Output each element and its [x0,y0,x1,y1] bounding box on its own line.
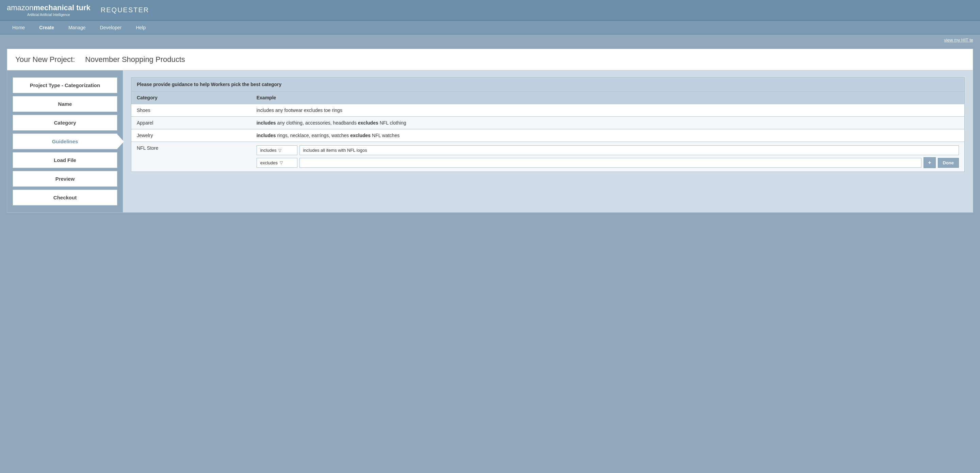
requester-label: REQUESTER [101,6,149,14]
nav-help[interactable]: Help [130,21,151,34]
shoes-example-text: includes any footwear excludes toe rings [256,108,342,113]
sidebar-item-guidelines[interactable]: Guidelines [13,134,118,150]
logo-tagline: Artificial Artificial Intelligence [7,13,91,17]
project-label: Your New Project: [15,55,75,64]
sidebar-item-category[interactable]: Category [13,115,118,131]
category-nfl: NFL Store [131,142,251,172]
project-title-bar: Your New Project: November Shopping Prod… [7,49,973,70]
apparel-end-text: NFL clothing [380,120,406,126]
nav-create[interactable]: Create [34,21,60,34]
apparel-middle-text: any clothing, accessories, headbands [277,120,358,126]
nfl-includes-input[interactable] [299,145,959,155]
chevron-down-icon: ▽ [278,148,293,153]
jewelry-end-text: NFL watches [372,133,399,138]
nfl-excludes-input[interactable] [299,158,921,168]
done-button[interactable]: Done [938,158,959,168]
guidance-table: Category Example Shoes includes any foot… [131,92,964,172]
nav-home[interactable]: Home [7,21,30,34]
col-header-example: Example [251,92,964,104]
main-container: Your New Project: November Shopping Prod… [7,49,973,213]
logo-mturk: mechanical turk [33,3,91,12]
sidebar-item-name[interactable]: Name [13,96,118,112]
right-content: Please provide guidance to help Workers … [123,70,973,212]
sidebar-item-checkout[interactable]: Checkout [13,190,118,205]
nfl-input-group: includes ▽ excludes [256,145,959,168]
jewelry-includes-bold: includes [256,133,276,138]
category-jewelry: Jewelry [131,129,251,142]
view-hit-link[interactable]: view my HIT te [944,37,973,43]
project-name: November Shopping Products [85,55,185,64]
col-header-category: Category [131,92,251,104]
example-shoes: includes any footwear excludes toe rings [251,104,964,117]
table-row: Shoes includes any footwear excludes toe… [131,104,964,117]
guidance-header: Please provide guidance to help Workers … [131,78,964,92]
logo-amazon: amazon [7,3,33,12]
table-row: Apparel includes any clothing, accessori… [131,117,964,129]
view-hit-bar: view my HIT te [0,35,980,45]
nav-developer[interactable]: Developer [95,21,127,34]
jewelry-middle-text: rings, necklace, earrings, watches [277,133,350,138]
jewelry-excludes-bold: excludes [350,133,371,138]
nfl-excludes-dropdown[interactable]: excludes ▽ [256,158,298,168]
logo: amazonmechanical turk [7,3,91,12]
nfl-excludes-dropdown-label: excludes [260,160,278,166]
sidebar-item-preview[interactable]: Preview [13,171,118,187]
example-jewelry: includes rings, necklace, earrings, watc… [251,129,964,142]
nfl-excludes-row: excludes ▽ + Done [256,157,959,168]
add-row-button[interactable]: + [924,157,935,168]
example-apparel: includes any clothing, accessories, head… [251,117,964,129]
guidance-box: Please provide guidance to help Workers … [131,77,965,172]
nfl-includes-dropdown[interactable]: includes ▽ [256,145,298,155]
example-nfl: includes ▽ excludes [251,142,964,172]
table-row-nfl: NFL Store includes ▽ [131,142,964,172]
nfl-includes-dropdown-label: includes [260,148,277,153]
apparel-excludes-bold: excludes [358,120,379,126]
sidebar-item-project-type[interactable]: Project Type - Categorization [13,77,118,93]
content-layout: Project Type - Categorization Name Categ… [7,70,973,212]
nfl-includes-row: includes ▽ [256,145,959,155]
sidebar-item-load-file[interactable]: Load File [13,152,118,168]
nav-manage[interactable]: Manage [63,21,91,34]
chevron-down-icon: ▽ [280,160,294,165]
logo-area: amazonmechanical turk Artificial Artific… [7,3,91,17]
sidebar: Project Type - Categorization Name Categ… [7,70,123,212]
category-shoes: Shoes [131,104,251,117]
header: amazonmechanical turk Artificial Artific… [0,0,980,21]
table-row: Jewelry includes rings, necklace, earrin… [131,129,964,142]
nav-bar: Home Create Manage Developer Help [0,21,980,35]
apparel-includes-bold: includes [256,120,276,126]
category-apparel: Apparel [131,117,251,129]
